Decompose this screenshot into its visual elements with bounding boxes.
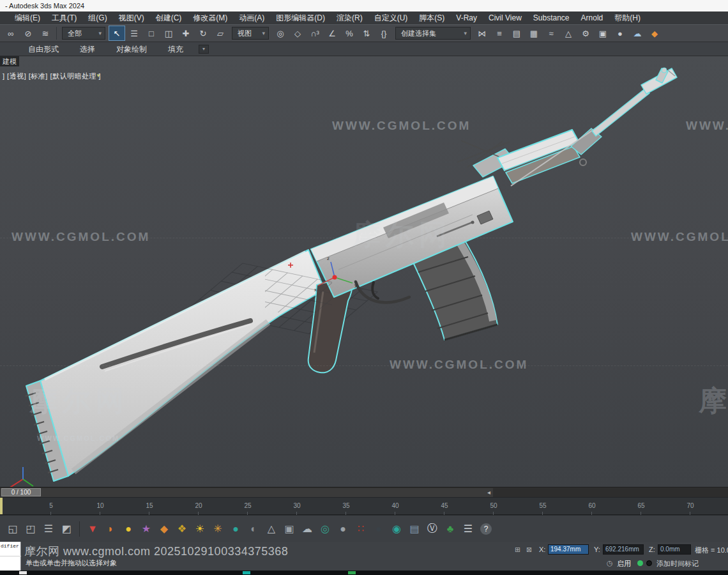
curve-editor-icon[interactable]: ≈ xyxy=(543,26,559,41)
layer-explorer-icon[interactable]: ▤ xyxy=(508,26,525,41)
menu-item[interactable]: 修改器(M) xyxy=(187,12,233,24)
menu-item[interactable]: 创建(C) xyxy=(150,12,188,24)
enable-button[interactable]: 启用 xyxy=(617,559,631,569)
angle-snap-icon[interactable]: ∠ xyxy=(324,26,340,41)
selection-filter-dropdown[interactable]: 全部 ▾ xyxy=(62,27,105,40)
droplet-icon[interactable]: ◎ xyxy=(316,519,334,539)
rendered-frame-icon[interactable]: ▣ xyxy=(595,26,611,41)
ribbon-tab[interactable]: 对象绘制 xyxy=(106,42,157,56)
track-bar[interactable]: 510152025303540455055606570 xyxy=(0,497,728,515)
snap-toggle-3d-icon[interactable]: ∩³ xyxy=(307,26,323,41)
menu-item[interactable]: 帮助(H) xyxy=(609,12,646,24)
arnold-render-icon[interactable]: ◆ xyxy=(646,26,663,41)
edit-named-selections-icon[interactable]: {} xyxy=(375,26,392,41)
menu-item[interactable]: 自定义(U) xyxy=(368,12,414,24)
ribbon-tab[interactable]: 填充 xyxy=(158,42,193,56)
status-dark-dot[interactable] xyxy=(646,560,652,566)
isolate-selection-icon[interactable]: ◱ xyxy=(4,519,22,539)
menu-item[interactable]: 工具(T) xyxy=(46,12,82,24)
unlink-selection-icon[interactable]: ⊘ xyxy=(20,26,36,41)
rect-selection-region-icon[interactable]: □ xyxy=(143,26,160,41)
ribbon-options-caret[interactable]: ▾ xyxy=(199,45,209,54)
taskbar-item[interactable] xyxy=(243,571,250,574)
funnel-icon[interactable]: ▼ xyxy=(84,519,102,539)
sphere-teal-icon[interactable]: ● xyxy=(227,519,245,539)
ribbon-toggle-icon[interactable]: ▦ xyxy=(526,26,542,41)
select-and-manipulate-icon[interactable]: ◇ xyxy=(289,26,306,41)
box-icon[interactable]: ▣ xyxy=(280,519,298,539)
selection-lock-icon[interactable]: ◰ xyxy=(22,519,40,539)
time-slider-track[interactable] xyxy=(0,488,493,497)
align-icon[interactable]: ≡ xyxy=(491,26,508,41)
percent-snap-icon[interactable]: % xyxy=(341,26,358,41)
select-and-link-icon[interactable]: ∞ xyxy=(3,26,19,41)
spinner-snap-icon[interactable]: ⇅ xyxy=(358,26,375,41)
barrel-group[interactable] xyxy=(511,68,677,186)
list-icon[interactable]: ☰ xyxy=(459,519,477,539)
vray-badge-icon[interactable]: Ⓥ xyxy=(423,519,441,539)
select-and-move-icon[interactable]: ✚ xyxy=(178,26,194,41)
character-icon[interactable]: ◩ xyxy=(57,519,75,539)
ribbon-tab[interactable]: 选择 xyxy=(70,42,105,56)
menu-item[interactable]: 组(G) xyxy=(82,12,112,24)
y-coord-field[interactable]: 692.216mm xyxy=(603,544,644,555)
z-coord-field[interactable]: 0.0mm xyxy=(658,544,691,555)
menu-item[interactable]: 编辑(E) xyxy=(9,12,46,24)
bee-icon[interactable]: ❖ xyxy=(173,519,191,539)
render-setup-icon[interactable]: ⚙ xyxy=(577,26,594,41)
helmet-icon[interactable]: ◗ xyxy=(102,519,119,539)
use-pivot-center-icon[interactable]: ◎ xyxy=(272,26,289,41)
perspective-viewport[interactable]: ] [透视] [标准] [默认明暗处理 ] ▼ WWW.CGMOL.COM WW… xyxy=(0,56,728,487)
help-icon[interactable]: ? xyxy=(480,523,492,535)
handguard-group[interactable] xyxy=(497,130,580,183)
portal-icon[interactable]: ◉ xyxy=(388,519,406,539)
viewport-label[interactable]: ] [透视] [标准] [默认明暗处理 ] xyxy=(3,72,101,81)
gyro-icon[interactable]: ◆ xyxy=(155,519,173,539)
menu-item[interactable]: V-Ray xyxy=(450,12,483,24)
monitor-icon[interactable]: ▤ xyxy=(406,519,423,539)
menu-item[interactable]: 视图(V) xyxy=(113,12,150,24)
transform-typein-icon[interactable]: ⊞ xyxy=(515,546,520,554)
star-ring-icon[interactable]: ★ xyxy=(137,519,155,539)
menu-item[interactable]: 图形编辑器(D) xyxy=(270,12,331,24)
bind-to-spacewarp-icon[interactable]: ≋ xyxy=(37,26,54,41)
snowflake-icon[interactable]: ✳ xyxy=(209,519,227,539)
next-frame-arrow-icon[interactable]: ◂ xyxy=(487,489,490,496)
sphere-dark-icon[interactable]: ● xyxy=(370,519,388,539)
named-selection-set-dropdown[interactable]: 创建选择集 ▾ xyxy=(395,27,471,40)
x-coord-field[interactable]: 194.37mm xyxy=(548,544,589,555)
render-production-icon[interactable]: ● xyxy=(612,26,628,41)
selection-lock-icon[interactable]: ⊠ xyxy=(526,546,532,554)
cloud-icon[interactable]: ☁ xyxy=(298,519,316,539)
viewport-filter-icon[interactable]: ▼ xyxy=(96,73,101,79)
schematic-view-icon[interactable]: △ xyxy=(560,26,577,41)
cone-icon[interactable]: △ xyxy=(262,519,280,539)
menu-item[interactable]: 渲染(R) xyxy=(331,12,368,24)
cloud-render-icon[interactable]: ☁ xyxy=(629,26,646,41)
globe-icon[interactable]: ◐ xyxy=(245,519,262,539)
select-object-icon[interactable]: ↖ xyxy=(109,26,125,41)
tree-icon[interactable]: ♣ xyxy=(441,519,459,539)
window-crossing-icon[interactable]: ◫ xyxy=(160,26,177,41)
menu-item[interactable]: Arnold xyxy=(575,12,609,24)
scene-list-icon[interactable]: ☰ xyxy=(40,519,57,539)
ribbon-tab-modeling[interactable]: 建模 xyxy=(0,56,19,66)
sun-icon[interactable]: ☀ xyxy=(191,519,209,539)
select-and-scale-icon[interactable]: ▱ xyxy=(212,26,229,41)
menu-item[interactable]: Civil View xyxy=(483,12,527,24)
ribbon-tab[interactable]: 自由形式 xyxy=(18,42,69,56)
sphere-gray-icon[interactable]: ● xyxy=(334,519,352,539)
add-time-tag-button[interactable]: 添加时间标记 xyxy=(656,559,728,569)
time-slider-handle[interactable]: 0 / 100 xyxy=(1,488,41,496)
status-green-dot[interactable] xyxy=(637,560,643,566)
menu-item[interactable]: 脚本(S) xyxy=(413,12,450,24)
taskbar-item[interactable] xyxy=(348,571,356,574)
select-by-name-icon[interactable]: ☰ xyxy=(126,26,142,41)
taskbar-item[interactable] xyxy=(19,571,27,574)
mirror-icon[interactable]: ⋈ xyxy=(474,26,490,41)
reference-coordinate-dropdown[interactable]: 视图 ▾ xyxy=(232,27,269,40)
dot-grid-icon[interactable]: ∷ xyxy=(352,519,370,539)
menu-item[interactable]: 动画(A) xyxy=(233,12,270,24)
select-and-rotate-icon[interactable]: ↻ xyxy=(195,26,211,41)
sphere-yellow-icon[interactable]: ● xyxy=(119,519,137,539)
